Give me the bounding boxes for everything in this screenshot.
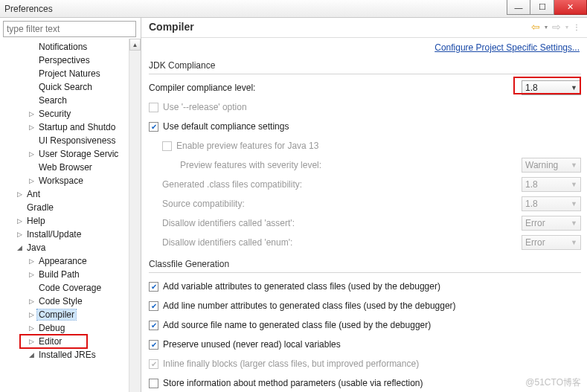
tree-collapsed-icon[interactable]: ▷ [15, 190, 24, 199]
tree-item-workspace[interactable]: ▷Workspace [0, 174, 129, 187]
tree-item-web-browser[interactable]: Web Browser [0, 161, 129, 174]
tree-item-code-coverage[interactable]: Code Coverage [0, 281, 129, 295]
tree-item-quick-search[interactable]: Quick Search [0, 80, 129, 94]
tree-item-label: Gradle [25, 202, 55, 213]
tree-expanded-icon[interactable]: ◢ [27, 350, 36, 359]
tree-item-security[interactable]: ▷Security [0, 107, 129, 121]
generated-compat-label: Generated .class files compatibility: [162, 179, 302, 190]
tree-collapsed-icon[interactable]: ▷ [15, 230, 24, 239]
tree-item-search[interactable]: Search [0, 94, 129, 107]
tree-item-installed-jres[interactable]: ◢Installed JREs [0, 348, 129, 362]
preference-tree[interactable]: NotificationsPerspectivesProject Natures… [0, 39, 129, 392]
tree-scrollbar[interactable]: ▲ [129, 39, 141, 392]
tree-item-label: Quick Search [37, 82, 94, 92]
tree-item-editor[interactable]: ▷Editor [0, 335, 129, 348]
use-default-label: Use default compliance settings [163, 121, 289, 132]
tree-leaf-icon [15, 203, 24, 212]
back-icon[interactable]: ⇦ [531, 21, 540, 33]
tree-item-label: Compiler [37, 309, 76, 320]
cf-line-num-checkbox[interactable]: ✔ [149, 301, 158, 311]
tree-collapsed-icon[interactable]: ▷ [27, 270, 36, 279]
cf-source-name-checkbox[interactable]: ✔ [149, 321, 158, 330]
tree-collapsed-icon[interactable]: ▷ [27, 123, 36, 132]
tree-item-compiler[interactable]: ▷Compiler [0, 308, 129, 321]
enum-dropdown: Error ▼ [522, 235, 581, 250]
title-bar: Preferences — ☐ ✕ [0, 0, 587, 18]
tree-collapsed-icon[interactable]: ▷ [27, 337, 36, 346]
tree-item-perspectives[interactable]: Perspectives [0, 54, 129, 67]
tree-item-label: Code Style [37, 296, 84, 306]
tree-expanded-icon[interactable]: ◢ [15, 243, 24, 252]
sidebar: NotificationsPerspectivesProject Natures… [0, 18, 141, 392]
tree-item-label: Search [37, 95, 68, 106]
tree-item-install-update[interactable]: ▷Install/Update [0, 228, 129, 241]
cf-inline-finally-checkbox: ✔ [149, 359, 158, 369]
tree-collapsed-icon[interactable]: ▷ [27, 324, 36, 332]
tree-item-label: Build Path [37, 269, 81, 280]
cf-method-params-checkbox[interactable] [149, 379, 158, 388]
use-release-checkbox [149, 103, 158, 112]
cf-var-attr-label: Add variable attributes to generated cla… [163, 281, 440, 292]
tree-item-startup-and-shutdo[interactable]: ▷Startup and Shutdo [0, 121, 129, 134]
tree-leaf-icon [27, 136, 36, 145]
assert-dropdown: Error ▼ [522, 216, 581, 231]
preview-severity-label: Preview features with severity level: [180, 160, 321, 170]
back-menu-icon[interactable]: ▾ [545, 24, 548, 30]
scroll-up-icon[interactable]: ▲ [129, 39, 141, 51]
forward-icon: ⇨ [552, 21, 561, 33]
tree-item-label: Security [37, 109, 72, 119]
classfile-legend: Classfile Generation [149, 259, 581, 269]
tree-item-project-natures[interactable]: Project Natures [0, 67, 129, 80]
tree-collapsed-icon[interactable]: ▷ [27, 310, 36, 319]
content-pane: Compiler ⇦▾ ⇨▾ ⋮ Configure Project Speci… [141, 18, 587, 392]
tree-item-code-style[interactable]: ▷Code Style [0, 295, 129, 308]
tree-collapsed-icon[interactable]: ▷ [15, 216, 24, 225]
tree-item-label: Workspace [37, 176, 85, 186]
filter-input[interactable] [3, 21, 136, 37]
filter-box [3, 21, 136, 37]
cf-var-attr-checkbox[interactable]: ✔ [149, 282, 158, 292]
watermark: @51CTO博客 [525, 376, 581, 389]
tree-item-label: Web Browser [37, 162, 94, 173]
forward-menu-icon: ▾ [565, 24, 568, 30]
compliance-level-dropdown[interactable]: 1.8 ▼ [522, 80, 581, 95]
tree-item-label: Ant [25, 189, 42, 199]
tree-item-ant[interactable]: ▷Ant [0, 187, 129, 201]
enable-preview-checkbox [162, 141, 172, 151]
tree-leaf-icon [27, 83, 36, 91]
close-button[interactable]: ✕ [554, 0, 587, 15]
tree-item-java[interactable]: ◢Java [0, 241, 129, 254]
tree-item-help[interactable]: ▷Help [0, 214, 129, 228]
cf-preserve-unused-label: Preserve unused (never read) local varia… [163, 339, 341, 350]
tree-leaf-icon [27, 56, 36, 65]
tree-collapsed-icon[interactable]: ▷ [27, 257, 36, 266]
tree-collapsed-icon[interactable]: ▷ [27, 150, 36, 158]
tree-item-build-path[interactable]: ▷Build Path [0, 268, 129, 281]
configure-project-link[interactable]: Configure Project Specific Settings... [434, 42, 580, 53]
tree-item-debug[interactable]: ▷Debug [0, 321, 129, 335]
tree-item-gradle[interactable]: Gradle [0, 201, 129, 214]
tree-leaf-icon [27, 69, 36, 78]
tree-leaf-icon [27, 42, 36, 51]
minimize-button[interactable]: — [507, 0, 530, 15]
tree-collapsed-icon[interactable]: ▷ [27, 297, 36, 306]
generated-compat-dropdown: 1.8 ▼ [522, 177, 581, 192]
view-menu-icon[interactable]: ⋮ [573, 23, 581, 31]
tree-collapsed-icon[interactable]: ▷ [27, 109, 36, 118]
cf-preserve-unused-checkbox[interactable]: ✔ [149, 340, 158, 350]
maximize-button[interactable]: ☐ [530, 0, 554, 15]
tree-item-user-storage-servic[interactable]: ▷User Storage Servic [0, 147, 129, 161]
tree-item-ui-responsiveness[interactable]: UI Responsiveness [0, 134, 129, 147]
tree-item-label: Help [25, 216, 47, 226]
tree-collapsed-icon[interactable]: ▷ [27, 176, 36, 185]
tree-item-label: Notifications [37, 42, 89, 52]
tree-item-notifications[interactable]: Notifications [0, 40, 129, 54]
tree-item-label: Java [25, 242, 47, 253]
use-default-checkbox[interactable]: ✔ [149, 122, 158, 132]
preview-severity-dropdown: Warning ▼ [522, 158, 581, 173]
source-compat-label: Source compatibility: [162, 199, 245, 209]
preview-severity-value: Warning [525, 160, 558, 170]
tree-item-appearance[interactable]: ▷Appearance [0, 254, 129, 268]
cf-method-params-label: Store information about method parameter… [163, 378, 423, 388]
assert-label: Disallow identifiers called 'assert': [162, 218, 295, 228]
